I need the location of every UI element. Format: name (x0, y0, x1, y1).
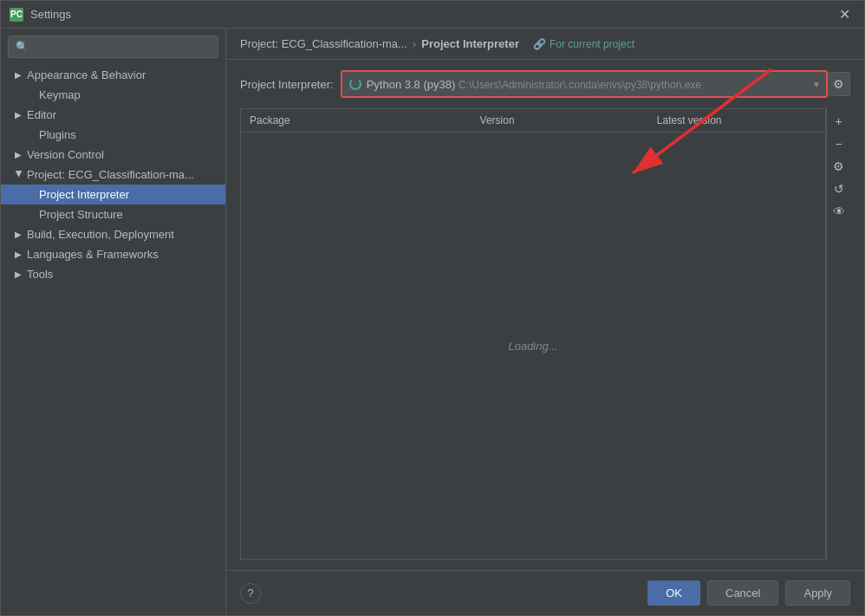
expand-arrow: ▶ (15, 171, 24, 179)
breadcrumb-current: Project Interpreter (421, 37, 519, 50)
breadcrumb-separator: › (413, 37, 416, 50)
sidebar-item-label: Version Control (27, 148, 104, 161)
right-panel: Project: ECG_Classification-ma... › Proj… (226, 29, 864, 615)
title-bar: PC Settings ✕ (1, 1, 864, 29)
settings-icon: ⚙ (833, 77, 844, 91)
table-body: Loading... (241, 133, 825, 559)
settings-window: PC Settings ✕ 🔍 ▶ Appearance & Behavior … (0, 0, 865, 616)
sidebar-item-build[interactable]: ▶ Build, Execution, Deployment (1, 224, 225, 244)
expand-arrow: ▶ (15, 230, 23, 239)
sidebar-item-tools[interactable]: ▶ Tools (1, 264, 225, 284)
sidebar-item-label: Appearance & Behavior (27, 68, 146, 81)
search-icon: 🔍 (16, 41, 29, 53)
expand-arrow: ▶ (15, 70, 23, 80)
sidebar-item-project[interactable]: ▶ Project: ECG_Classification-ma... (1, 165, 225, 185)
window-title: Settings (30, 8, 834, 21)
interpreter-label: Project Interpreter: (240, 78, 334, 91)
interpreter-settings-button[interactable]: ⚙ (828, 72, 850, 96)
sidebar-item-languages[interactable]: ▶ Languages & Frameworks (1, 244, 225, 264)
add-package-button[interactable]: + (829, 112, 849, 131)
sidebar-item-version-control[interactable]: ▶ Version Control (1, 145, 225, 165)
col-version-header: Version (472, 109, 648, 132)
python-status-icon (349, 78, 361, 90)
remove-package-button[interactable]: − (829, 134, 849, 153)
expand-arrow: ▶ (15, 269, 23, 279)
interpreter-value: Python 3.8 (py38) C:\Users\Administrator… (367, 78, 701, 91)
help-icon: ? (247, 587, 253, 600)
side-toolbar: + − ⚙ ↺ 👁 (826, 108, 850, 560)
bottom-bar: ? OK Cancel Apply (226, 570, 864, 615)
dropdown-arrow: ▼ (812, 80, 821, 89)
sidebar-item-label: Project: ECG_Classification-ma... (27, 168, 194, 181)
sidebar-item-label: Project Interpreter (39, 188, 129, 201)
table-container: Package Version Latest version Loading..… (240, 108, 850, 560)
close-button[interactable]: ✕ (834, 4, 855, 24)
cancel-button[interactable]: Cancel (707, 580, 778, 606)
sidebar: 🔍 ▶ Appearance & Behavior Keymap ▶ Edito… (1, 29, 226, 615)
sidebar-item-keymap[interactable]: Keymap (1, 85, 225, 105)
interpreter-row: Project Interpreter: Python 3.8 (py38) C… (240, 70, 850, 98)
col-latest-header: Latest version (648, 109, 825, 132)
sidebar-item-label: Plugins (39, 128, 76, 141)
link-text: For current project (550, 38, 634, 50)
link-icon: 🔗 (533, 38, 546, 50)
sidebar-item-label: Languages & Frameworks (27, 248, 159, 261)
breadcrumb: Project: ECG_Classification-ma... › Proj… (226, 29, 864, 60)
eye-button[interactable]: 👁 (829, 202, 849, 221)
sidebar-item-label: Editor (27, 108, 56, 121)
panel-body: Project Interpreter: Python 3.8 (py38) C… (226, 60, 864, 570)
package-table: Package Version Latest version Loading..… (240, 108, 826, 560)
settings-package-button[interactable]: ⚙ (829, 157, 849, 176)
sidebar-item-label: Keymap (39, 88, 81, 101)
table-header: Package Version Latest version (241, 109, 825, 133)
interpreter-select-wrapper: Python 3.8 (py38) C:\Users\Administrator… (341, 70, 828, 98)
help-button[interactable]: ? (240, 583, 261, 604)
breadcrumb-project: Project: ECG_Classification-ma... (240, 37, 407, 50)
sidebar-item-appearance[interactable]: ▶ Appearance & Behavior (1, 65, 225, 85)
ok-button[interactable]: OK (647, 580, 700, 606)
sidebar-item-plugins[interactable]: Plugins (1, 125, 225, 145)
sidebar-item-label: Project Structure (39, 208, 123, 221)
sidebar-item-project-interpreter[interactable]: Project Interpreter (1, 185, 225, 204)
expand-arrow: ▶ (15, 250, 23, 259)
sidebar-list: ▶ Appearance & Behavior Keymap ▶ Editor … (1, 65, 225, 615)
sidebar-item-project-structure[interactable]: Project Structure (1, 204, 225, 224)
app-icon: PC (10, 8, 23, 22)
sidebar-item-label: Tools (27, 268, 53, 281)
expand-arrow: ▶ (15, 150, 23, 159)
sidebar-item-label: Build, Execution, Deployment (27, 228, 174, 241)
sidebar-item-editor[interactable]: ▶ Editor (1, 105, 225, 125)
apply-button[interactable]: Apply (785, 580, 850, 606)
for-current-project-link[interactable]: 🔗 For current project (533, 38, 634, 50)
loading-text: Loading... (508, 340, 557, 353)
main-content: 🔍 ▶ Appearance & Behavior Keymap ▶ Edito… (1, 29, 864, 615)
expand-arrow: ▶ (15, 110, 23, 120)
search-box[interactable]: 🔍 (8, 36, 218, 58)
interpreter-select-inner: Python 3.8 (py38) C:\Users\Administrator… (349, 78, 701, 91)
bottom-actions: OK Cancel Apply (647, 580, 850, 606)
reload-button[interactable]: ↺ (829, 179, 849, 198)
col-package-header: Package (241, 109, 472, 132)
interpreter-select[interactable]: Python 3.8 (py38) C:\Users\Administrator… (342, 72, 826, 96)
